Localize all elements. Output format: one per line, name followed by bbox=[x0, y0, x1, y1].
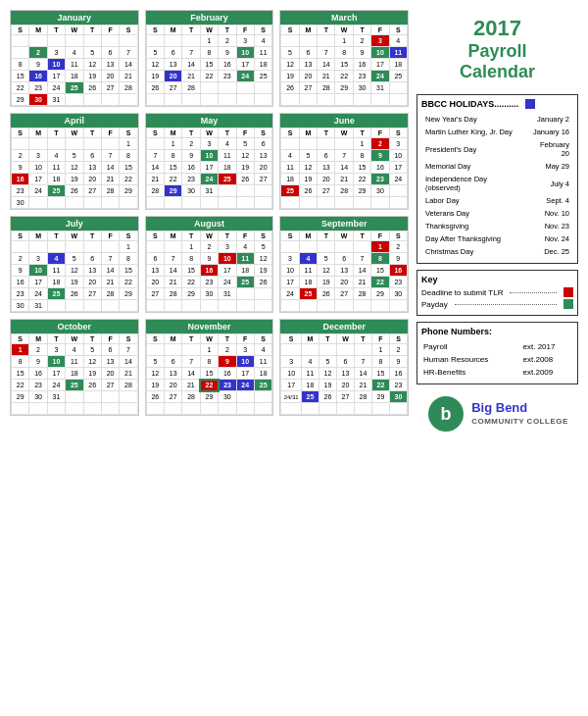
january-header: January bbox=[11, 11, 138, 25]
payday-key-item: Payday bbox=[421, 299, 573, 309]
title-block: 2017 Payroll Calendar bbox=[416, 10, 578, 88]
deadline-color bbox=[564, 287, 573, 297]
list-item: Veterans DayNov. 10 bbox=[423, 208, 571, 219]
holiday-date: Nov. 10 bbox=[528, 208, 571, 219]
cal-july: July SMTWTFS 1 2345678 9101112131415 161… bbox=[10, 216, 139, 313]
year-title: 2017 bbox=[420, 16, 574, 41]
cal-january: January SMTWTFS 234567 891011121314 1516… bbox=[10, 10, 139, 107]
calendar-row-1: January SMTWTFS 234567 891011121314 1516… bbox=[10, 10, 409, 107]
holiday-name: Christmas Day bbox=[423, 246, 526, 257]
list-item: Christmas DayDec. 25 bbox=[423, 246, 571, 257]
holiday-name: Labor Day bbox=[423, 195, 526, 206]
holiday-name: Veterans Day bbox=[423, 208, 526, 219]
dept-name: Payroll bbox=[423, 341, 521, 352]
cal-june: June SMTWTFS 123 45678910 11121314151617… bbox=[279, 113, 409, 210]
holiday-date: February 20 bbox=[528, 139, 571, 159]
holiday-name: Thanksgiving bbox=[423, 221, 526, 231]
holiday-date: Dec. 25 bbox=[528, 246, 571, 257]
phone-table: Payrollext. 2017 Human Resourcesext.2008… bbox=[421, 339, 573, 380]
deadline-key-item: Deadline to submit TLR bbox=[421, 287, 573, 297]
holiday-date: January 16 bbox=[528, 127, 571, 137]
dept-name: HR-Benefits bbox=[423, 367, 521, 378]
october-header: October bbox=[11, 320, 138, 333]
february-header: February bbox=[146, 11, 273, 25]
logo-text: Big Bend COMMUNITY COLLEGE bbox=[471, 400, 568, 427]
list-item: Independence Day (observed)July 4 bbox=[423, 174, 571, 193]
calendar-row-4: October SMTWTFS 1234567 891011121314 151… bbox=[10, 319, 409, 416]
holiday-name: President's Day bbox=[423, 139, 526, 159]
sidebar: 2017 Payroll Calendar BBCC HOLIDAYS.....… bbox=[416, 10, 578, 437]
cal-november: November SMTWTFS 1234 567891011 12131415… bbox=[145, 319, 274, 416]
logo-box: b Big Bend COMMUNITY COLLEGE bbox=[416, 390, 578, 437]
dotted-line bbox=[510, 292, 557, 293]
page-wrapper: January SMTWTFS 234567 891011121314 1516… bbox=[10, 10, 578, 437]
cal-march: March SMTWTFS 1234 567891011 12131415161… bbox=[279, 10, 409, 107]
logo-icon: b bbox=[426, 394, 466, 434]
key-title: Key bbox=[421, 275, 573, 284]
holiday-name: Memorial Day bbox=[423, 161, 526, 172]
cal-october: October SMTWTFS 1234567 891011121314 151… bbox=[10, 319, 139, 416]
holiday-table: New Year's DayJanuary 2 Martin Luther Ki… bbox=[421, 112, 573, 259]
list-item: Memorial DayMay 29 bbox=[423, 161, 571, 172]
calendar-title: Calendar bbox=[420, 62, 574, 82]
phone-title: Phone Numbers: bbox=[421, 327, 573, 336]
july-header: July bbox=[11, 217, 138, 230]
june-header: June bbox=[280, 114, 408, 128]
list-item: Martin Luther King, Jr. DayJanuary 16 bbox=[423, 127, 571, 137]
holiday-name: Independence Day (observed) bbox=[423, 174, 526, 193]
september-header: September bbox=[280, 217, 408, 230]
payday-label: Payday bbox=[421, 300, 448, 309]
list-item: President's DayFebruary 20 bbox=[423, 139, 571, 159]
dept-name: Human Resources bbox=[423, 354, 521, 365]
holiday-date: Sept. 4 bbox=[528, 195, 571, 206]
holidays-title: BBCC HOLIDAYS.......... bbox=[421, 99, 573, 109]
holiday-name: Martin Luther King, Jr. Day bbox=[423, 127, 526, 137]
payroll-title: Payroll bbox=[420, 41, 574, 62]
dept-ext: ext. 2017 bbox=[523, 341, 571, 352]
holidays-box: BBCC HOLIDAYS.......... New Year's DayJa… bbox=[416, 94, 578, 264]
cal-may: May SMTWTFS 123456 78910111213 141516171… bbox=[145, 113, 274, 210]
dotted-line-2 bbox=[455, 304, 557, 305]
list-item: Labor DaySept. 4 bbox=[423, 195, 571, 206]
cal-december: December SMTWTFS 12 3456789 101112131415… bbox=[279, 319, 409, 416]
cal-february: February SMTWTFS 1234 567891011 12131415… bbox=[145, 10, 274, 107]
list-item: Human Resourcesext.2008 bbox=[423, 354, 571, 365]
calendar-row-3: July SMTWTFS 1 2345678 9101112131415 161… bbox=[10, 216, 409, 313]
holidays-label: BBCC HOLIDAYS.......... bbox=[421, 99, 521, 109]
phone-box: Phone Numbers: Payrollext. 2017 Human Re… bbox=[416, 322, 578, 384]
list-item: HR-Benefitsext.2009 bbox=[423, 367, 571, 378]
list-item: New Year's DayJanuary 2 bbox=[423, 114, 571, 125]
dept-ext: ext.2008 bbox=[523, 354, 571, 365]
may-header: May bbox=[146, 114, 273, 128]
holiday-date: Nov. 23 bbox=[528, 221, 571, 231]
cal-april: April SMTWTFS 1 2345678 9101112131415 16… bbox=[10, 113, 139, 210]
cal-september: September SMTWTFS 12 3456789 10111213141… bbox=[279, 216, 409, 313]
november-header: November bbox=[146, 320, 273, 333]
april-header: April bbox=[11, 114, 138, 128]
list-item: Day After ThanksgivingNov. 24 bbox=[423, 233, 571, 244]
key-box: Key Deadline to submit TLR Payday bbox=[416, 270, 578, 316]
holiday-name: Day After Thanksgiving bbox=[423, 233, 526, 244]
holiday-name: New Year's Day bbox=[423, 114, 526, 125]
svg-text:b: b bbox=[441, 404, 452, 424]
august-header: August bbox=[146, 217, 273, 230]
list-item: ThanksgivingNov. 23 bbox=[423, 221, 571, 231]
march-header: March bbox=[280, 11, 408, 25]
holiday-date: Nov. 24 bbox=[528, 233, 571, 244]
holiday-color-key bbox=[525, 99, 535, 109]
list-item: Payrollext. 2017 bbox=[423, 341, 571, 352]
calendars-section: January SMTWTFS 234567 891011121314 1516… bbox=[10, 10, 409, 437]
calendar-row-2: April SMTWTFS 1 2345678 9101112131415 16… bbox=[10, 113, 409, 210]
december-header: December bbox=[280, 320, 408, 333]
dept-ext: ext.2009 bbox=[523, 367, 571, 378]
cal-august: August SMTWTFS 12345 6789101112 13141516… bbox=[145, 216, 274, 313]
deadline-label: Deadline to submit TLR bbox=[421, 288, 503, 297]
payday-color bbox=[564, 299, 573, 309]
holiday-date: January 2 bbox=[528, 114, 571, 125]
holiday-date: July 4 bbox=[528, 174, 571, 193]
holiday-date: May 29 bbox=[528, 161, 571, 172]
